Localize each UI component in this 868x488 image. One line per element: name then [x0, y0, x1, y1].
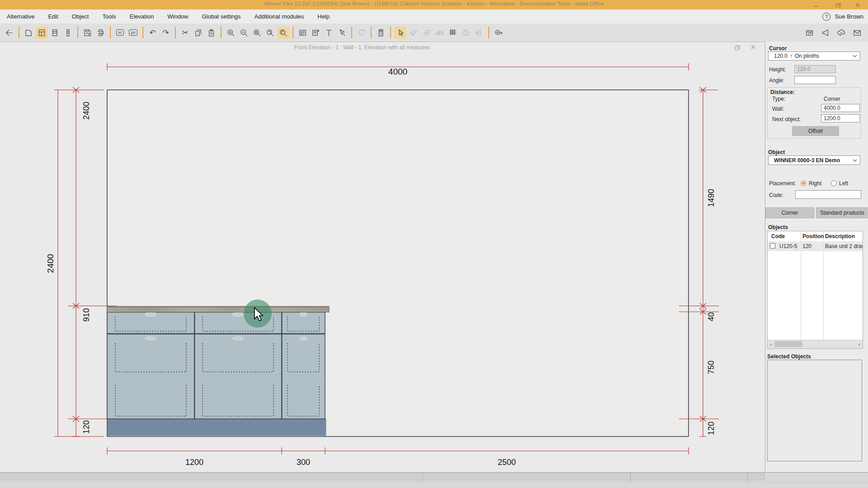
toolbar-separator [221, 27, 222, 38]
secondary-hscrollbar[interactable] [425, 474, 764, 480]
wall-distance-field[interactable] [821, 104, 860, 112]
zoom-window-button[interactable] [277, 27, 289, 39]
toolbar-right [803, 23, 863, 42]
elevation-list-button[interactable] [49, 27, 61, 39]
back-icon [5, 28, 14, 38]
corner-button[interactable]: Corner [765, 207, 814, 218]
plinth[interactable] [108, 419, 326, 436]
canvas-hscrollbar[interactable] [1, 474, 423, 480]
cut-button[interactable]: ✂ [179, 27, 191, 39]
menu-item-object[interactable]: Object [65, 9, 96, 23]
menu-item-edit[interactable]: Edit [41, 9, 65, 23]
height-field[interactable] [794, 65, 836, 73]
menu-item-help[interactable]: Help [311, 9, 336, 23]
copy-button[interactable] [192, 27, 204, 39]
save-icon [83, 28, 92, 38]
cell-description: Base unit 2 drawer [825, 243, 863, 249]
code-field[interactable] [795, 190, 861, 199]
scroll-right-icon[interactable]: › [856, 340, 863, 348]
grid-button[interactable] [447, 27, 459, 39]
print-button[interactable] [94, 27, 107, 39]
unit-fronts[interactable] [107, 312, 325, 419]
close-icon [855, 2, 860, 8]
menu-item-tools[interactable]: Tools [95, 9, 123, 23]
undo-button[interactable]: ↶ [146, 27, 159, 39]
tape-measure-button[interactable] [492, 27, 505, 39]
dim-label-left-2: 910 [82, 308, 91, 322]
scale-button[interactable]: sc [114, 27, 126, 39]
application-window: Winner Flex 12.2a7.3 [300094] (Sue Brown… [0, 0, 868, 488]
zoom-page-button[interactable] [264, 27, 276, 39]
objects-section-label: Objects [768, 224, 788, 230]
table-row[interactable]: U120-5120Base unit 2 drawer [768, 241, 863, 251]
minimize-button[interactable] [809, 1, 823, 9]
paste-button[interactable] [205, 27, 217, 39]
zoom-in-button[interactable] [225, 27, 237, 39]
measure-note-button[interactable] [310, 27, 322, 39]
article-list-button[interactable] [62, 27, 74, 39]
base-unit-run[interactable] [107, 306, 329, 436]
article-list-icon [63, 28, 73, 38]
height-label: Height: [769, 66, 786, 73]
cursor-mode-dropdown[interactable]: 120.0 ↑ On plinths [768, 52, 860, 61]
placement-left-radio[interactable] [831, 180, 837, 186]
help-icon[interactable]: ? [822, 13, 830, 21]
menu-item-elevation[interactable]: Elevation [123, 9, 160, 23]
objects-table-scrollbar[interactable]: ‹ › [768, 340, 863, 348]
zoom-out-button[interactable] [238, 27, 250, 39]
support-chat-button[interactable] [835, 27, 847, 39]
snapshot-button[interactable] [803, 27, 816, 39]
scrollbar-thumb[interactable] [774, 341, 802, 347]
pan-icon: pn [129, 29, 137, 36]
selected-objects-box[interactable] [767, 360, 862, 461]
mail-button[interactable] [851, 27, 863, 39]
zoom-object-button[interactable] [251, 27, 263, 39]
pan-button[interactable]: pn [127, 27, 139, 39]
cursor-height-value: 120.0 [774, 53, 788, 59]
select-button[interactable] [394, 27, 406, 39]
row-checkbox[interactable] [770, 243, 775, 249]
next-object-field[interactable] [821, 114, 860, 122]
measures-button[interactable] [297, 27, 309, 39]
drawing-canvas[interactable]: Front Elevation - 1 : Wall - 1, Elevatio… [0, 42, 765, 472]
section-icon [474, 28, 484, 38]
menu-item-alternative[interactable]: Alternative [0, 9, 41, 23]
redo-button[interactable]: ↷ [160, 27, 172, 39]
rotate-icon [357, 28, 366, 38]
chevron-down-icon [853, 159, 857, 162]
dim-label-right-4: 120 [707, 422, 716, 435]
calculator-button[interactable] [375, 27, 387, 39]
restore-button[interactable] [831, 1, 844, 9]
menu-item-global-settings[interactable]: Global settings [195, 9, 248, 23]
object-catalog-value: WINNER 0000-3 EN Demo [774, 157, 840, 164]
standard-products-button[interactable]: Standard products [816, 207, 868, 218]
scroll-left-icon[interactable]: ‹ [768, 340, 774, 348]
front-elevation-button[interactable] [36, 27, 48, 39]
minimize-icon [813, 2, 819, 8]
dim-label-top: 4000 [388, 67, 407, 76]
cell-position: 120 [802, 243, 821, 249]
save-button[interactable] [81, 27, 94, 39]
close-button[interactable] [851, 1, 864, 9]
angle-field[interactable] [794, 76, 836, 84]
dim-label-bottom-1: 1200 [185, 458, 203, 467]
perspective-floor-button [434, 27, 446, 39]
floor-plan-button[interactable] [23, 27, 35, 39]
toolbar-separator [142, 27, 143, 38]
column-position: Position [802, 233, 824, 239]
text-button[interactable] [323, 27, 335, 39]
offset-button[interactable]: Offset [792, 126, 839, 136]
dim-label-left-3: 120 [82, 420, 91, 434]
placement-label: Placement: [769, 180, 796, 187]
placement-right-label: Right [809, 180, 821, 187]
back-button[interactable] [3, 27, 15, 39]
menu-item-window[interactable]: Window [160, 9, 195, 23]
announcement-button[interactable] [819, 27, 831, 39]
pick-object-button[interactable] [336, 27, 348, 39]
dim-label-bottom-2: 300 [297, 458, 310, 467]
object-catalog-dropdown[interactable]: WINNER 0000-3 EN Demo [768, 155, 860, 165]
placement-right-radio[interactable] [801, 180, 807, 186]
objects-table[interactable]: Code Position Description U120-5120Base … [767, 231, 863, 349]
menu-item-additional-modules[interactable]: Additional modules [248, 9, 311, 23]
tape-measure-icon [494, 28, 503, 38]
